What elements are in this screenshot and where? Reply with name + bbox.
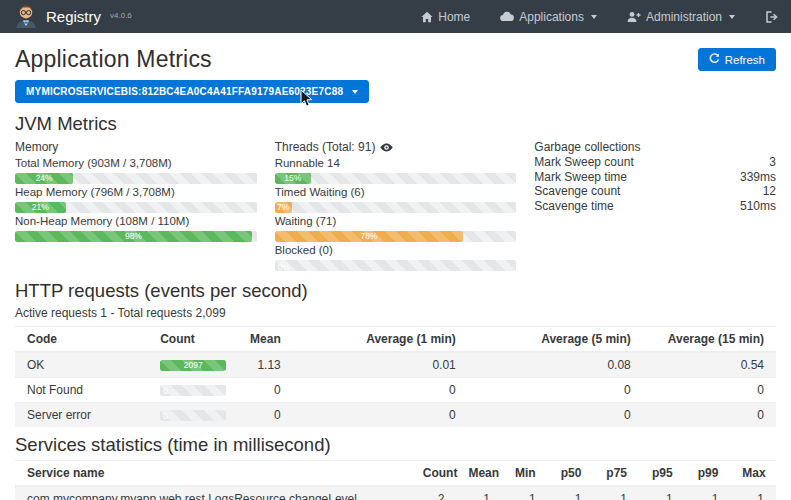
http-table-header-row: Code Count Mean Average (1 min) Average …: [15, 327, 776, 353]
sign-out-icon: [765, 11, 778, 23]
brand-version: v4.0.6: [110, 11, 132, 20]
http-requests-table: Code Count Mean Average (1 min) Average …: [15, 326, 776, 427]
memory-title: Memory: [15, 139, 257, 155]
gc-column: Garbage collections Mark Sweep count 3 M…: [534, 139, 776, 271]
not-found-count-bar: 0: [160, 385, 226, 396]
gc-row: Mark Sweep time 339ms: [534, 170, 776, 185]
services-statistics-table: Service name Count Mean Min p50 p75 p95 …: [15, 460, 776, 500]
services-table-header-row: Service name Count Mean Min p50 p75 p95 …: [15, 461, 776, 487]
jhipster-avatar-logo-icon: [13, 2, 39, 32]
eye-icon[interactable]: [380, 141, 393, 154]
nav-sign-out[interactable]: [765, 11, 778, 23]
chevron-down-icon: [729, 15, 735, 19]
metric-heap-memory: Heap Memory (796M / 3,708M) 21%: [15, 186, 257, 213]
metric-waiting: Waiting (71) 78%: [275, 215, 517, 242]
refresh-button[interactable]: Refresh: [698, 48, 776, 71]
services-statistics-heading: Services statistics (time in millisecond…: [15, 434, 776, 456]
home-icon: [421, 11, 433, 23]
runnable-bar: 15%: [275, 173, 517, 184]
metric-nonheap-memory: Non-Heap Memory (108M / 110M) 98%: [15, 215, 257, 242]
waiting-bar: 78%: [275, 231, 517, 242]
gc-row: Scavenge count 12: [534, 184, 776, 199]
top-navbar: Registry v4.0.6 Home Applications: [0, 0, 791, 33]
gc-row: Scavenge time 510ms: [534, 199, 776, 214]
metric-blocked: Blocked (0) 0%: [275, 244, 517, 271]
user-plus-icon: [627, 11, 641, 23]
gc-title: Garbage collections: [534, 139, 776, 155]
nav-home[interactable]: Home: [421, 10, 470, 24]
timed-waiting-bar: 7%: [275, 202, 517, 213]
chevron-down-icon: [352, 90, 358, 94]
nav-administration[interactable]: Administration: [627, 10, 735, 24]
http-row-not-found: Not Found 0 0 0 0 0: [15, 378, 776, 403]
cloud-icon: [500, 11, 514, 22]
gc-row: Mark Sweep count 3: [534, 155, 776, 170]
http-row-server-error: Server error 0 0 0 0 0: [15, 403, 776, 428]
refresh-icon: [709, 53, 720, 66]
threads-title: Threads (Total: 91): [275, 139, 376, 155]
instance-selector-dropdown[interactable]: MYMICROSERVICEBIS:812BC4EA0C4A41FFA9179A…: [15, 80, 369, 103]
http-row-ok: OK 2097 1.13 0.01 0.08 0.54: [15, 352, 776, 378]
ok-count-bar: 2097: [160, 360, 226, 371]
blocked-bar: 0%: [275, 260, 517, 271]
brand-name: Registry: [46, 8, 101, 25]
nonheap-memory-bar: 98%: [15, 231, 257, 242]
nav-applications[interactable]: Applications: [500, 10, 597, 24]
http-requests-subtitle: Active requests 1 - Total requests 2,099: [15, 306, 776, 320]
threads-column: Threads (Total: 91) Runnable 14 15%: [275, 139, 517, 271]
chevron-down-icon: [591, 15, 597, 19]
memory-column: Memory Total Memory (903M / 3,708M) 24% …: [15, 139, 257, 271]
service-row-changeLevel: com.mycompany.myapp.web.rest.LogsResourc…: [15, 486, 776, 500]
http-requests-heading: HTTP requests (events per second): [15, 280, 776, 302]
jvm-metrics-heading: JVM Metrics: [15, 113, 776, 135]
metric-total-memory: Total Memory (903M / 3,708M) 24%: [15, 157, 257, 184]
page-title: Application Metrics: [15, 46, 212, 73]
heap-memory-bar: 21%: [15, 202, 257, 213]
metric-timed-waiting: Timed Waiting (6) 7%: [275, 186, 517, 213]
brand[interactable]: Registry v4.0.6: [13, 2, 132, 32]
server-error-count-bar: 0: [160, 410, 226, 421]
metric-runnable: Runnable 14 15%: [275, 157, 517, 184]
total-memory-bar: 24%: [15, 173, 257, 184]
